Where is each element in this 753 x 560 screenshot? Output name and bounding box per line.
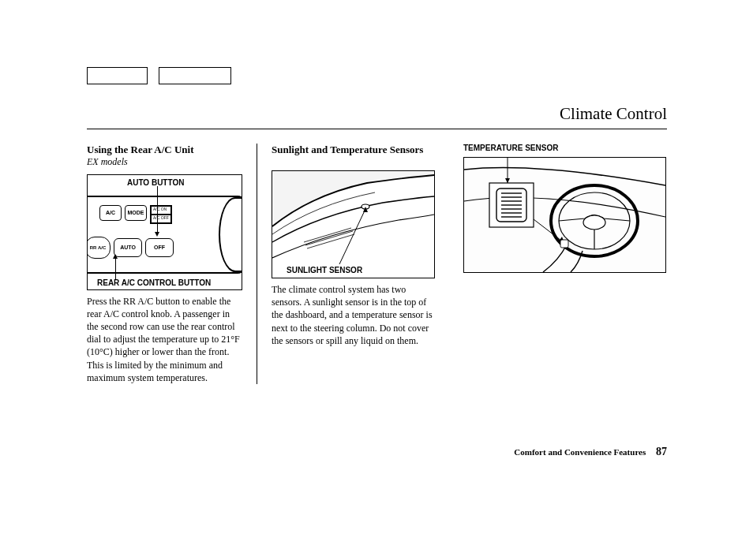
off-button-icon: OFF bbox=[145, 238, 174, 257]
figure-sunlight-sensor: SUNLIGHT SENSOR bbox=[272, 170, 435, 278]
svg-point-8 bbox=[583, 215, 605, 230]
svg-line-4 bbox=[339, 209, 365, 264]
page-title: Climate Control bbox=[87, 104, 667, 124]
col1-subheading: EX models bbox=[87, 156, 242, 168]
svg-line-1 bbox=[305, 231, 353, 245]
footer-section: Comfort and Convenience Features bbox=[514, 447, 646, 457]
svg-line-0 bbox=[304, 228, 351, 242]
header-empty-boxes bbox=[87, 67, 667, 84]
ac-on-segment: A/C ON bbox=[151, 206, 171, 215]
steering-column-illustration-icon bbox=[464, 158, 665, 272]
auto-button-icon: AUTO bbox=[114, 238, 142, 257]
ac-control-panel: A/C MODE A/C ON A/C OFF RR A/C AUTO OFF bbox=[87, 196, 242, 274]
label-auto-button: AUTO BUTTON bbox=[127, 178, 184, 187]
col2-body-text: The climate control system has two senso… bbox=[272, 283, 435, 347]
label-temperature-sensor: TEMPERATURE SENSOR bbox=[463, 144, 666, 152]
col2-heading: Sunlight and Temperature Sensors bbox=[272, 144, 435, 166]
header-box-2 bbox=[159, 67, 231, 84]
rr-ac-button-icon: RR A/C bbox=[87, 237, 111, 259]
dial-knob-icon bbox=[219, 197, 242, 272]
page-footer: Comfort and Convenience Features 87 bbox=[514, 446, 667, 458]
label-rear-ac-control-button: REAR A/C CONTROL BUTTON bbox=[97, 278, 211, 287]
dashboard-top-illustration-icon bbox=[272, 171, 434, 278]
figure-rear-ac-panel: AUTO BUTTON A/C MODE A/C ON A/C OFF RR A… bbox=[87, 174, 242, 290]
header-box-1 bbox=[87, 67, 148, 84]
figure-temperature-sensor bbox=[463, 157, 666, 273]
ac-off-segment: A/C OFF bbox=[151, 215, 171, 223]
label-sunlight-sensor: SUNLIGHT SENSOR bbox=[287, 266, 362, 274]
ac-button-icon: A/C bbox=[99, 205, 122, 221]
svg-rect-20 bbox=[560, 240, 568, 248]
footer-page-number: 87 bbox=[656, 446, 667, 457]
mode-button-icon: MODE bbox=[125, 205, 147, 221]
col1-body-text: Press the RR A/C button to enable the re… bbox=[87, 295, 242, 384]
title-rule bbox=[87, 129, 667, 129]
col1-heading: Using the Rear A/C Unit bbox=[87, 144, 242, 156]
